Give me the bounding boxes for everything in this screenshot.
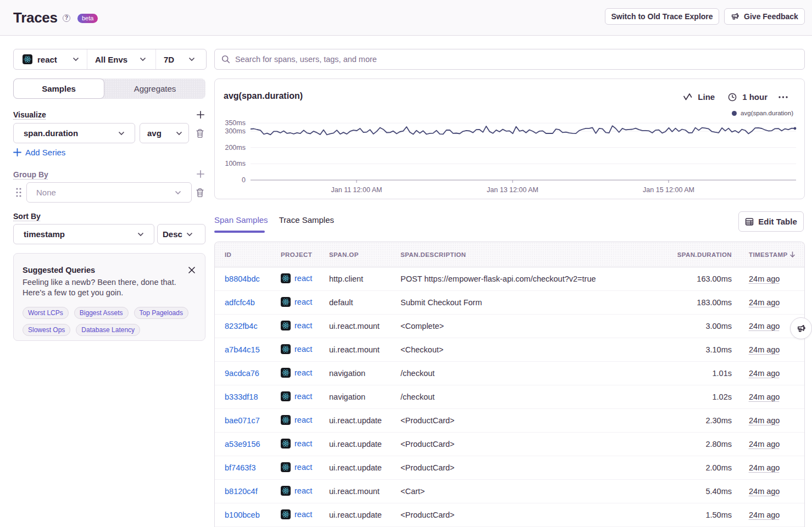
svg-text:Jan 13 12:00 AM: Jan 13 12:00 AM [487, 186, 538, 194]
svg-text:0: 0 [242, 176, 246, 184]
svg-text:200ms: 200ms [225, 144, 246, 152]
svg-text:Jan 15 12:00 AM: Jan 15 12:00 AM [643, 186, 694, 194]
svg-text:Jan 11 12:00 AM: Jan 11 12:00 AM [331, 186, 382, 194]
svg-text:350ms: 350ms [225, 119, 246, 127]
svg-text:300ms: 300ms [225, 127, 246, 135]
svg-text:100ms: 100ms [225, 160, 246, 167]
